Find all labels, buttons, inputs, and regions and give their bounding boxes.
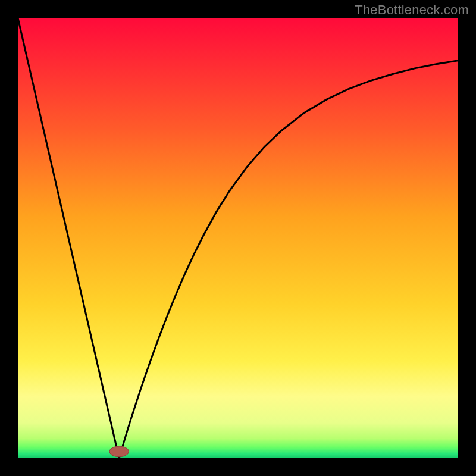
chart-background: [18, 18, 458, 458]
watermark-text: TheBottleneck.com: [355, 2, 469, 18]
bottleneck-chart: [18, 18, 458, 458]
chart-frame: [18, 18, 458, 458]
min-marker: [109, 446, 129, 457]
